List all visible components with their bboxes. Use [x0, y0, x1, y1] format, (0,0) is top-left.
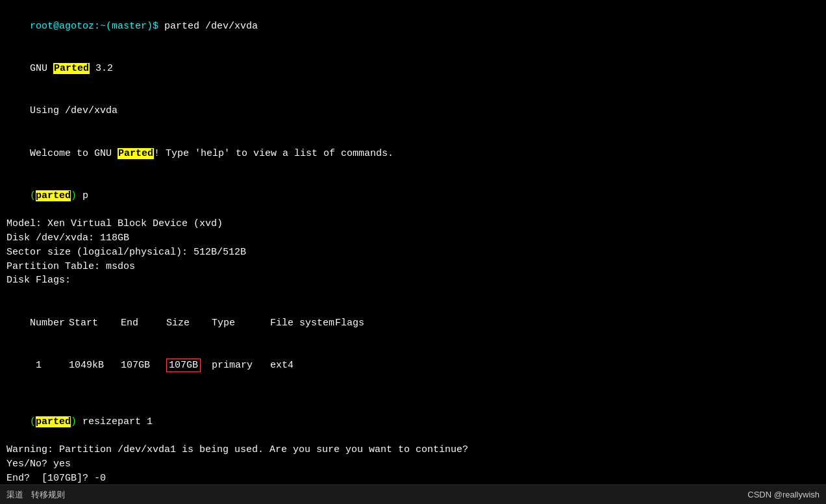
partition-table-1: Partition Table: msdos — [6, 261, 135, 272]
line-gnu-pre: GNU — [30, 63, 53, 74]
yesno-line: Yes/No? yes — [6, 459, 71, 470]
statusbar-left: 渠道 转移规则 — [6, 489, 65, 501]
t1-col-type: Type — [212, 316, 270, 331]
t1-col-start: Start — [69, 316, 121, 331]
disk-1: Disk /dev/xvda: 118GB — [6, 233, 129, 244]
t1-col-fs: File system — [270, 316, 335, 331]
welcome-post: ! Type 'help' to view a list of commands… — [154, 148, 394, 159]
t1-col-size: Size — [166, 316, 212, 331]
t1-row1-fs: ext4 — [270, 359, 335, 373]
model-1: Model: Xen Virtual Block Device (xvd) — [6, 218, 223, 229]
statusbar-item-transfer[interactable]: 转移规则 — [31, 489, 65, 501]
t1-row1-end: 107GB — [121, 359, 166, 373]
statusbar-right-label: CSDN @reallywish — [747, 490, 820, 499]
prompt-user: root@agotoz:~(master)$ — [30, 21, 158, 32]
terminal: root@agotoz:~(master)$ parted /dev/xvda … — [0, 0, 826, 485]
cmd-resizepart: resizepart 1 — [77, 416, 153, 427]
t1-row1-type: primary — [212, 359, 270, 373]
prompt-paren-close-1: ) — [71, 190, 77, 201]
parted-highlight-1: Parted — [53, 63, 90, 74]
statusbar: 渠道 转移规则 CSDN @reallywish — [0, 485, 826, 504]
t1-row1-number: 1 — [30, 359, 69, 373]
parted-highlight-2: Parted — [118, 148, 154, 159]
t1-col-end: End — [121, 316, 166, 331]
prompt-parted-2: parted — [36, 416, 71, 427]
prompt-paren-close-2: ) — [71, 416, 77, 427]
prompt-paren-open-1: ( — [30, 190, 36, 201]
statusbar-item-channel[interactable]: 渠道 — [6, 489, 23, 501]
end-line: End? [107GB]? -0 — [6, 473, 106, 484]
prompt-paren-open-2: ( — [30, 416, 36, 427]
sector-1: Sector size (logical/physical): 512B/512… — [6, 247, 246, 258]
t1-row1-size: 107GB — [166, 359, 201, 373]
disk-flags-1: Disk Flags: — [6, 275, 71, 286]
line-using: Using /dev/xvda — [30, 105, 118, 116]
line-gnu-post: 3.2 — [90, 63, 113, 74]
t1-row1-size-box: 107GB — [166, 359, 212, 373]
warning-line: Warning: Partition /dev/xvda1 is being u… — [6, 444, 468, 455]
welcome-pre: Welcome to GNU — [30, 148, 118, 159]
prompt-parted-1: parted — [36, 190, 71, 201]
command-1: parted /dev/xvda — [158, 21, 258, 32]
t1-row1-start: 1049kB — [69, 359, 121, 373]
cmd-p-1: p — [77, 190, 88, 201]
t1-col-flags: Flags — [335, 316, 364, 331]
t1-col-number: Number — [30, 316, 69, 331]
